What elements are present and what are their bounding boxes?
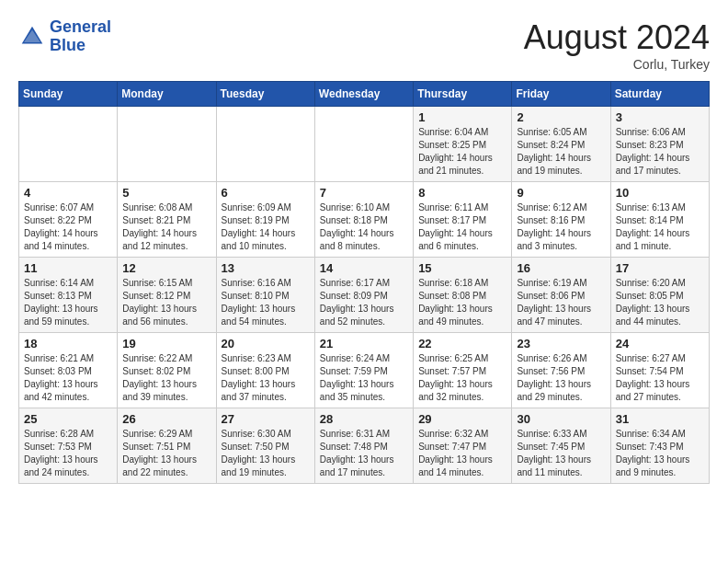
calendar-cell: 13Sunrise: 6:16 AMSunset: 8:10 PMDayligh… <box>216 258 314 333</box>
month-title: August 2024 <box>524 18 710 57</box>
day-number: 14 <box>320 261 408 275</box>
day-info: Sunrise: 6:16 AMSunset: 8:10 PMDaylight:… <box>222 277 310 328</box>
day-info: Sunrise: 6:08 AMSunset: 8:21 PMDaylight:… <box>122 201 210 253</box>
calendar-cell: 30Sunrise: 6:33 AMSunset: 7:45 PMDayligh… <box>512 408 610 484</box>
logo-text: General Blue <box>50 18 111 55</box>
day-number: 3 <box>616 110 704 124</box>
day-number: 11 <box>24 261 112 275</box>
calendar-table: SundayMondayTuesdayWednesdayThursdayFrid… <box>18 81 710 484</box>
calendar-week-row: 4Sunrise: 6:07 AMSunset: 8:22 PMDaylight… <box>19 182 710 258</box>
calendar-cell: 18Sunrise: 6:21 AMSunset: 8:03 PMDayligh… <box>19 333 118 408</box>
day-info: Sunrise: 6:32 AMSunset: 7:47 PMDaylight:… <box>418 428 506 479</box>
page-header: General Blue August 2024 Corlu, Turkey <box>18 18 710 72</box>
day-number: 29 <box>418 412 506 426</box>
calendar-cell <box>118 107 216 182</box>
day-number: 26 <box>122 412 210 426</box>
calendar-cell: 3Sunrise: 6:06 AMSunset: 8:23 PMDaylight… <box>610 107 709 182</box>
day-number: 31 <box>616 412 704 426</box>
calendar-cell: 1Sunrise: 6:04 AMSunset: 8:25 PMDaylight… <box>414 107 512 182</box>
day-info: Sunrise: 6:20 AMSunset: 8:05 PMDaylight:… <box>616 277 704 328</box>
calendar-cell: 4Sunrise: 6:07 AMSunset: 8:22 PMDaylight… <box>19 182 118 258</box>
day-info: Sunrise: 6:28 AMSunset: 7:53 PMDaylight:… <box>24 428 112 479</box>
day-number: 20 <box>222 337 310 350</box>
day-info: Sunrise: 6:18 AMSunset: 8:08 PMDaylight:… <box>418 277 506 328</box>
day-number: 24 <box>616 337 704 350</box>
day-info: Sunrise: 6:17 AMSunset: 8:09 PMDaylight:… <box>320 277 408 328</box>
calendar-cell: 17Sunrise: 6:20 AMSunset: 8:05 PMDayligh… <box>610 258 709 333</box>
weekday-header: Wednesday <box>314 82 413 107</box>
calendar-cell: 29Sunrise: 6:32 AMSunset: 7:47 PMDayligh… <box>414 408 512 484</box>
day-info: Sunrise: 6:27 AMSunset: 7:54 PMDaylight:… <box>616 352 704 404</box>
calendar-cell: 31Sunrise: 6:34 AMSunset: 7:43 PMDayligh… <box>610 408 709 484</box>
day-number: 8 <box>418 186 506 200</box>
calendar-cell: 8Sunrise: 6:11 AMSunset: 8:17 PMDaylight… <box>414 182 512 258</box>
calendar-cell: 14Sunrise: 6:17 AMSunset: 8:09 PMDayligh… <box>314 258 413 333</box>
day-number: 9 <box>517 186 605 200</box>
day-info: Sunrise: 6:10 AMSunset: 8:18 PMDaylight:… <box>320 201 408 253</box>
day-number: 18 <box>24 337 112 350</box>
calendar-cell: 11Sunrise: 6:14 AMSunset: 8:13 PMDayligh… <box>19 258 118 333</box>
calendar-cell: 19Sunrise: 6:22 AMSunset: 8:02 PMDayligh… <box>118 333 216 408</box>
calendar-week-row: 1Sunrise: 6:04 AMSunset: 8:25 PMDaylight… <box>19 107 710 182</box>
day-info: Sunrise: 6:25 AMSunset: 7:57 PMDaylight:… <box>418 352 506 404</box>
day-number: 7 <box>320 186 408 200</box>
day-number: 6 <box>222 186 310 200</box>
calendar-cell: 24Sunrise: 6:27 AMSunset: 7:54 PMDayligh… <box>610 333 709 408</box>
day-info: Sunrise: 6:31 AMSunset: 7:48 PMDaylight:… <box>320 428 408 479</box>
day-number: 23 <box>517 337 605 350</box>
logo: General Blue <box>18 18 111 55</box>
calendar-cell: 20Sunrise: 6:23 AMSunset: 8:00 PMDayligh… <box>216 333 314 408</box>
day-number: 5 <box>122 186 210 200</box>
calendar-cell: 5Sunrise: 6:08 AMSunset: 8:21 PMDaylight… <box>118 182 216 258</box>
calendar-cell: 16Sunrise: 6:19 AMSunset: 8:06 PMDayligh… <box>512 258 610 333</box>
day-info: Sunrise: 6:26 AMSunset: 7:56 PMDaylight:… <box>517 352 605 404</box>
day-info: Sunrise: 6:13 AMSunset: 8:14 PMDaylight:… <box>616 201 704 253</box>
day-info: Sunrise: 6:24 AMSunset: 7:59 PMDaylight:… <box>320 352 408 404</box>
calendar-week-row: 25Sunrise: 6:28 AMSunset: 7:53 PMDayligh… <box>19 408 710 484</box>
weekday-header: Tuesday <box>216 82 314 107</box>
day-info: Sunrise: 6:09 AMSunset: 8:19 PMDaylight:… <box>222 201 310 253</box>
calendar-cell: 15Sunrise: 6:18 AMSunset: 8:08 PMDayligh… <box>414 258 512 333</box>
day-info: Sunrise: 6:34 AMSunset: 7:43 PMDaylight:… <box>616 428 704 479</box>
location: Corlu, Turkey <box>524 57 710 72</box>
calendar-week-row: 11Sunrise: 6:14 AMSunset: 8:13 PMDayligh… <box>19 258 710 333</box>
day-info: Sunrise: 6:12 AMSunset: 8:16 PMDaylight:… <box>517 201 605 253</box>
day-number: 30 <box>517 412 605 426</box>
day-info: Sunrise: 6:05 AMSunset: 8:24 PMDaylight:… <box>517 126 605 178</box>
calendar-week-row: 18Sunrise: 6:21 AMSunset: 8:03 PMDayligh… <box>19 333 710 408</box>
day-number: 25 <box>24 412 112 426</box>
day-info: Sunrise: 6:23 AMSunset: 8:00 PMDaylight:… <box>222 352 310 404</box>
day-info: Sunrise: 6:15 AMSunset: 8:12 PMDaylight:… <box>122 277 210 328</box>
calendar-cell: 9Sunrise: 6:12 AMSunset: 8:16 PMDaylight… <box>512 182 610 258</box>
calendar-cell <box>19 107 118 182</box>
calendar-cell: 27Sunrise: 6:30 AMSunset: 7:50 PMDayligh… <box>216 408 314 484</box>
day-info: Sunrise: 6:33 AMSunset: 7:45 PMDaylight:… <box>517 428 605 479</box>
calendar-cell: 28Sunrise: 6:31 AMSunset: 7:48 PMDayligh… <box>314 408 413 484</box>
calendar-cell: 25Sunrise: 6:28 AMSunset: 7:53 PMDayligh… <box>19 408 118 484</box>
weekday-header: Thursday <box>414 82 512 107</box>
day-info: Sunrise: 6:04 AMSunset: 8:25 PMDaylight:… <box>418 126 506 178</box>
calendar-cell: 2Sunrise: 6:05 AMSunset: 8:24 PMDaylight… <box>512 107 610 182</box>
day-info: Sunrise: 6:06 AMSunset: 8:23 PMDaylight:… <box>616 126 704 178</box>
calendar-cell: 6Sunrise: 6:09 AMSunset: 8:19 PMDaylight… <box>216 182 314 258</box>
calendar-cell: 10Sunrise: 6:13 AMSunset: 8:14 PMDayligh… <box>610 182 709 258</box>
day-info: Sunrise: 6:14 AMSunset: 8:13 PMDaylight:… <box>24 277 112 328</box>
day-info: Sunrise: 6:29 AMSunset: 7:51 PMDaylight:… <box>122 428 210 479</box>
day-info: Sunrise: 6:11 AMSunset: 8:17 PMDaylight:… <box>418 201 506 253</box>
day-number: 17 <box>616 261 704 275</box>
day-number: 28 <box>320 412 408 426</box>
weekday-header-row: SundayMondayTuesdayWednesdayThursdayFrid… <box>19 82 710 107</box>
day-number: 19 <box>122 337 210 350</box>
day-number: 12 <box>122 261 210 275</box>
calendar-cell: 7Sunrise: 6:10 AMSunset: 8:18 PMDaylight… <box>314 182 413 258</box>
day-number: 21 <box>320 337 408 350</box>
day-number: 15 <box>418 261 506 275</box>
day-number: 4 <box>24 186 112 200</box>
calendar-cell: 21Sunrise: 6:24 AMSunset: 7:59 PMDayligh… <box>314 333 413 408</box>
calendar-cell <box>314 107 413 182</box>
day-number: 27 <box>222 412 310 426</box>
day-number: 22 <box>418 337 506 350</box>
day-number: 2 <box>517 110 605 124</box>
weekday-header: Sunday <box>19 82 118 107</box>
calendar-cell: 12Sunrise: 6:15 AMSunset: 8:12 PMDayligh… <box>118 258 216 333</box>
